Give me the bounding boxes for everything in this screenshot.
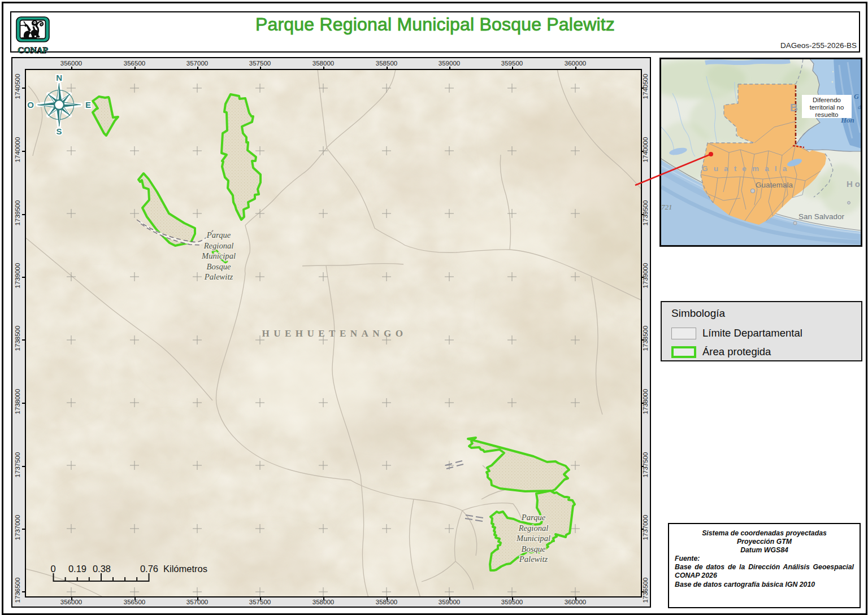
svg-text:B: B <box>790 102 798 114</box>
svg-text:San Salvador: San Salvador <box>798 212 845 221</box>
svg-text:0: 0 <box>50 564 55 574</box>
svg-text:N: N <box>56 73 62 82</box>
svg-text:Regional: Regional <box>518 524 549 533</box>
svg-text:Hon: Hon <box>840 116 854 124</box>
svg-text:territorial no: territorial no <box>810 104 844 111</box>
svg-text:Parque: Parque <box>521 513 546 522</box>
svg-text:E: E <box>85 100 91 110</box>
svg-text:Palewitz: Palewitz <box>204 272 233 281</box>
svg-text:Ho: Ho <box>847 179 861 189</box>
svg-text:Bosque: Bosque <box>522 544 546 553</box>
svg-text:HUEHUETENANGO: HUEHUETENANGO <box>262 328 407 339</box>
svg-text:G: G <box>854 93 859 101</box>
svg-text:721: 721 <box>661 203 672 211</box>
svg-text:Palewitz: Palewitz <box>519 555 548 564</box>
svg-text:Parque: Parque <box>206 230 231 239</box>
svg-text:Municipal: Municipal <box>201 251 236 260</box>
svg-text:O: O <box>27 100 34 110</box>
svg-text:Municipal: Municipal <box>516 534 550 543</box>
svg-text:resuelto: resuelto <box>815 111 839 118</box>
svg-text:0.76: 0.76 <box>140 564 158 574</box>
svg-text:Diferendo: Diferendo <box>813 97 841 103</box>
svg-text:S: S <box>57 127 62 136</box>
svg-text:Kilómetros: Kilómetros <box>163 564 207 574</box>
svg-text:Regional: Regional <box>203 241 234 250</box>
svg-text:Bosque: Bosque <box>207 262 231 271</box>
svg-text:0.19: 0.19 <box>68 564 86 574</box>
svg-text:Guatemala: Guatemala <box>756 181 793 189</box>
svg-text:d: d <box>858 103 861 110</box>
svg-text:0.38: 0.38 <box>93 564 111 574</box>
